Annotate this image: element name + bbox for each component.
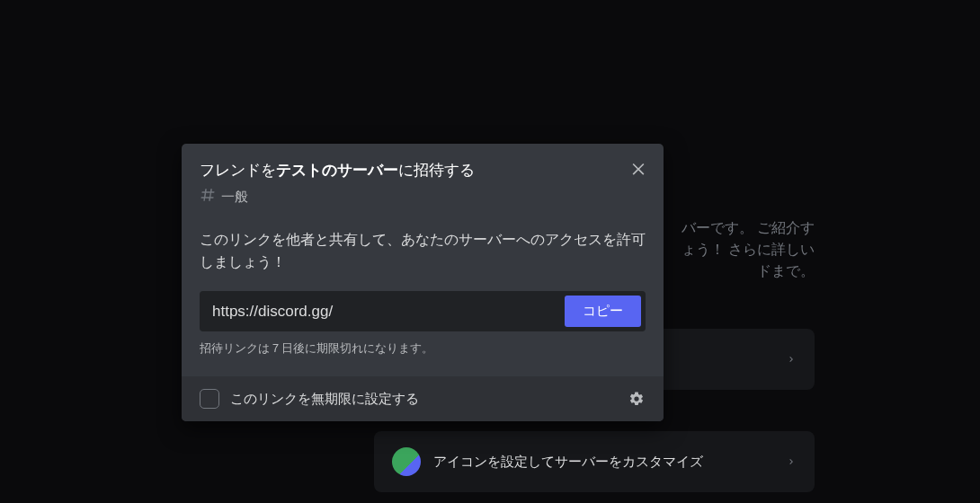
close-button[interactable] xyxy=(628,158,649,180)
expiry-note: 招待リンクは７日後に期限切れになります。 xyxy=(200,340,646,357)
gear-icon xyxy=(628,391,645,407)
settings-button[interactable] xyxy=(628,390,646,408)
onboarding-card-customize[interactable]: アイコンを設定してサーバーをカスタマイズ xyxy=(374,431,815,492)
modal-header: フレンドをテストのサーバーに招待する 一般 xyxy=(182,144,664,215)
invite-link-input[interactable] xyxy=(212,303,565,321)
onboarding-card-label: アイコンを設定してサーバーをカスタマイズ xyxy=(433,454,703,471)
chevron-right-icon xyxy=(786,350,797,369)
customize-icon xyxy=(392,447,421,476)
hash-icon xyxy=(200,187,216,207)
share-description: このリンクを他者と共有して、あなたのサーバーへのアクセスを許可しましょう！ xyxy=(200,229,646,274)
invite-modal: フレンドをテストのサーバーに招待する 一般 このリンクを他者と共有して、あなたの… xyxy=(182,144,664,421)
copy-button[interactable]: コピー xyxy=(565,296,641,327)
never-expire-label: このリンクを無期限に設定する xyxy=(230,391,617,408)
never-expire-checkbox[interactable] xyxy=(200,389,219,409)
invite-link-row: コピー xyxy=(200,291,646,331)
modal-footer: このリンクを無期限に設定する xyxy=(182,376,664,421)
modal-body: このリンクを他者と共有して、あなたのサーバーへのアクセスを許可しましょう！ コピ… xyxy=(182,215,664,377)
modal-channel: 一般 xyxy=(200,187,646,207)
channel-name: 一般 xyxy=(221,189,248,206)
modal-title: フレンドをテストのサーバーに招待する xyxy=(200,160,646,181)
chevron-right-icon xyxy=(786,453,797,472)
